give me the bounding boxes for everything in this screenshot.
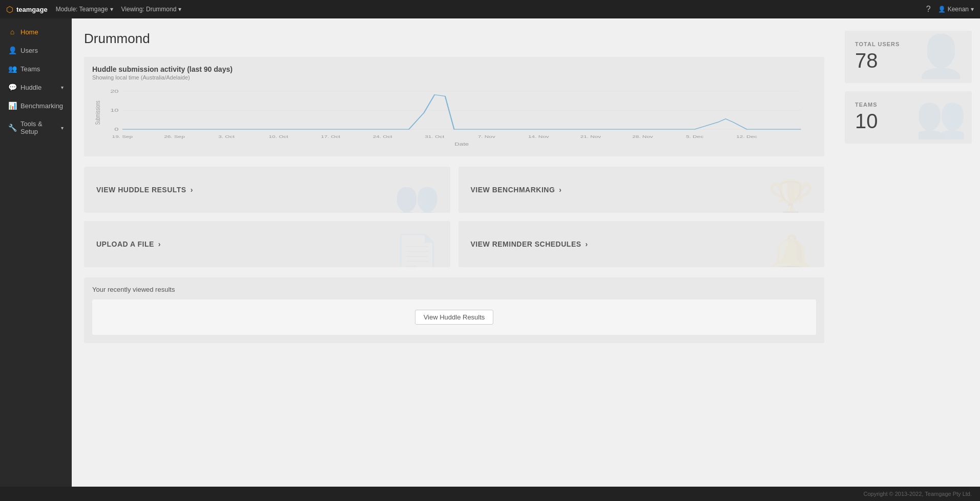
logo-icon: ⬡ — [6, 5, 13, 14]
recently-viewed-card: Your recently viewed results View Huddle… — [84, 277, 824, 343]
view-reminders-arrow-icon: › — [586, 240, 588, 248]
user-icon: 👤 — [938, 6, 946, 13]
sidebar-label-tools: Tools & Setup — [20, 120, 57, 135]
view-huddle-results-button[interactable]: View Huddle Results — [415, 310, 494, 325]
user-menu[interactable]: 👤 Keenan ▾ — [938, 6, 974, 13]
action-card-view-benchmarking[interactable]: VIEW BENCHMARKING › 🏆 — [458, 167, 825, 213]
total-users-label: TOTAL USERS — [855, 41, 962, 47]
module-label: Module: Teamgage — [56, 6, 108, 13]
recently-viewed-inner: View Huddle Results — [92, 299, 816, 335]
user-name: Keenan — [948, 6, 969, 13]
recently-viewed-title: Your recently viewed results — [92, 286, 816, 293]
benchmarking-icon: 📊 — [8, 102, 16, 110]
svg-text:Date: Date — [454, 142, 469, 147]
tools-icon: 🔧 — [8, 124, 16, 132]
chart-title: Huddle submission activity (last 90 days… — [92, 65, 816, 73]
teams-label: TEAMS — [855, 102, 962, 108]
stat-card-teams: TEAMS 10 👥 — [845, 91, 972, 144]
module-chevron-icon: ▾ — [110, 6, 113, 13]
action-card-view-huddle[interactable]: VIEW HUDDLE RESULTS › 👥 — [84, 167, 450, 213]
svg-text:5. Dec: 5. Dec — [686, 134, 703, 138]
upload-file-arrow-icon: › — [158, 240, 161, 248]
view-reminders-bg-icon: 🔔 — [768, 235, 814, 267]
view-reminders-text: VIEW REMINDER SCHEDULES — [471, 240, 581, 248]
home-icon: ⌂ — [8, 28, 16, 36]
svg-text:0: 0 — [114, 127, 118, 132]
right-stats-panel: TOTAL USERS 78 👤 TEAMS 10 👥 — [837, 18, 980, 487]
svg-text:21. Nov: 21. Nov — [580, 134, 601, 138]
sidebar-item-huddle[interactable]: 💬 Huddle ▾ — [0, 78, 72, 96]
copyright-text: Copyright © 2013-2022, Teamgage Pty Ltd. — [863, 491, 972, 497]
sidebar-label-teams: Teams — [20, 65, 40, 73]
svg-text:14. Nov: 14. Nov — [528, 134, 549, 138]
action-card-upload-file-label: UPLOAD A FILE › — [96, 240, 161, 248]
svg-text:20: 20 — [110, 89, 119, 94]
huddle-icon: 💬 — [8, 83, 16, 91]
view-huddle-bg-icon: 👥 — [394, 181, 440, 213]
upload-file-bg-icon: 📄 — [394, 235, 440, 267]
sidebar-item-users[interactable]: 👤 Users — [0, 41, 72, 59]
action-card-view-benchmarking-label: VIEW BENCHMARKING › — [471, 186, 562, 194]
sidebar-label-huddle: Huddle — [20, 84, 41, 91]
action-card-view-reminders-label: VIEW REMINDER SCHEDULES › — [471, 240, 588, 248]
action-card-view-huddle-label: VIEW HUDDLE RESULTS › — [96, 186, 193, 194]
sidebar-item-home[interactable]: ⌂ Home — [0, 23, 72, 41]
module-selector[interactable]: Module: Teamgage ▾ — [56, 6, 113, 13]
view-huddle-arrow-icon: › — [191, 186, 193, 194]
svg-text:10: 10 — [110, 108, 119, 113]
svg-text:19. Sep: 19. Sep — [112, 134, 133, 138]
svg-text:17. Oct: 17. Oct — [321, 134, 340, 138]
view-benchmarking-bg-icon: 🏆 — [768, 181, 814, 213]
viewing-label: Viewing: Drummond — [121, 6, 177, 13]
svg-text:31. Oct: 31. Oct — [425, 134, 444, 138]
footer: Copyright © 2013-2022, Teamgage Pty Ltd. — [0, 487, 980, 501]
sidebar-item-tools[interactable]: 🔧 Tools & Setup ▾ — [0, 115, 72, 141]
chart-subtitle: Showing local time (Australia/Adelaide) — [92, 74, 816, 81]
huddle-expand-icon: ▾ — [61, 85, 64, 90]
users-icon: 👤 — [8, 46, 16, 54]
viewing-selector[interactable]: Viewing: Drummond ▾ — [121, 6, 182, 13]
svg-text:28. Nov: 28. Nov — [632, 134, 653, 138]
page-title: Drummond — [84, 31, 824, 47]
svg-text:7. Nov: 7. Nov — [478, 134, 495, 138]
help-icon[interactable]: ? — [926, 5, 931, 14]
sidebar-item-benchmarking[interactable]: 📊 Benchmarking — [0, 96, 72, 115]
tools-expand-icon: ▾ — [61, 125, 64, 131]
view-benchmarking-text: VIEW BENCHMARKING — [471, 186, 555, 194]
action-card-upload-file[interactable]: UPLOAD A FILE › 📄 — [84, 221, 450, 267]
svg-text:24. Oct: 24. Oct — [373, 134, 392, 138]
sidebar-item-teams[interactable]: 👥 Teams — [0, 59, 72, 78]
topnav-left: ⬡ teamgage Module: Teamgage ▾ Viewing: D… — [6, 5, 181, 14]
brand-logo: ⬡ teamgage — [6, 5, 48, 14]
upload-file-text: UPLOAD A FILE — [96, 240, 154, 248]
top-navigation: ⬡ teamgage Module: Teamgage ▾ Viewing: D… — [0, 0, 980, 18]
main-content: Drummond Huddle submission activity (las… — [72, 18, 837, 487]
svg-text:26. Sep: 26. Sep — [164, 134, 185, 138]
brand-name: teamgage — [16, 6, 48, 13]
stat-card-total-users: TOTAL USERS 78 👤 — [845, 31, 972, 83]
svg-text:12. Dec: 12. Dec — [736, 134, 757, 138]
action-card-view-reminders[interactable]: VIEW REMINDER SCHEDULES › 🔔 — [458, 221, 825, 267]
user-chevron-icon: ▾ — [971, 6, 974, 13]
view-benchmarking-arrow-icon: › — [559, 186, 561, 194]
sidebar-label-users: Users — [20, 47, 38, 54]
action-cards-grid: VIEW HUDDLE RESULTS › 👥 VIEW BENCHMARKIN… — [84, 167, 824, 267]
chart-card: Huddle submission activity (last 90 days… — [84, 57, 824, 156]
sidebar: ⌂ Home 👤 Users 👥 Teams 💬 Huddle ▾ 📊 Benc… — [0, 18, 72, 487]
topnav-right: ? 👤 Keenan ▾ — [926, 5, 974, 14]
chart-area: 20 10 0 Submissions 19. Sep 26. Sep 3. O… — [92, 87, 816, 148]
svg-text:Submissions: Submissions — [94, 101, 101, 125]
svg-text:10. Oct: 10. Oct — [269, 134, 288, 138]
svg-text:3. Oct: 3. Oct — [218, 134, 235, 138]
total-users-value: 78 — [855, 50, 962, 71]
teams-value: 10 — [855, 111, 962, 131]
view-huddle-text: VIEW HUDDLE RESULTS — [96, 186, 186, 194]
app-body: ⌂ Home 👤 Users 👥 Teams 💬 Huddle ▾ 📊 Benc… — [0, 18, 980, 487]
sidebar-label-home: Home — [20, 28, 38, 36]
sidebar-label-benchmarking: Benchmarking — [20, 102, 63, 110]
chart-svg: 20 10 0 Submissions 19. Sep 26. Sep 3. O… — [92, 87, 816, 148]
viewing-chevron-icon: ▾ — [178, 6, 181, 13]
teams-icon: 👥 — [8, 65, 16, 73]
